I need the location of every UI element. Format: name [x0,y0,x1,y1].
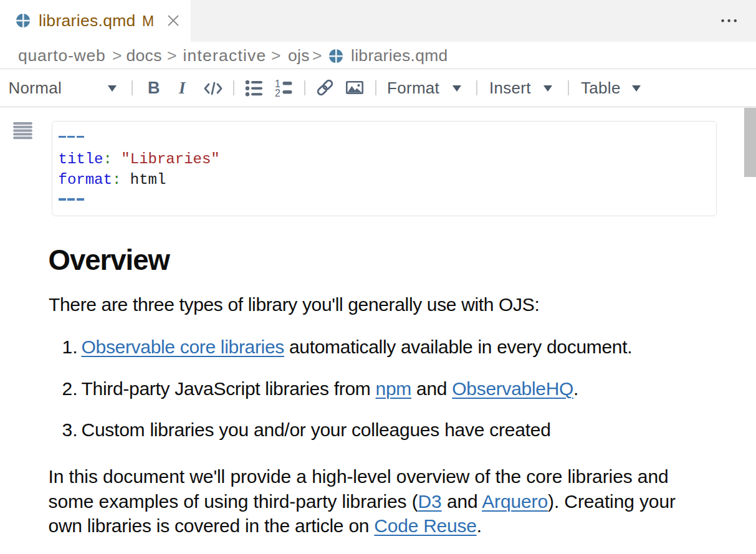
svg-text:2: 2 [275,88,280,98]
